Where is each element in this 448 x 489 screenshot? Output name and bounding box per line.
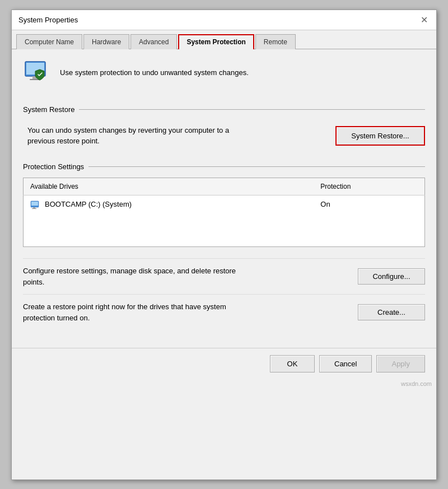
description-text: Use system protection to undo unwanted s… (60, 68, 249, 77)
drive-cell: BOOTCAMP (C:) (System) (24, 195, 314, 213)
protection-table: Available Drives Protection (23, 178, 425, 248)
protection-settings-section: Protection Settings Available Drives Pro… (23, 162, 425, 248)
protection-settings-label: Protection Settings (23, 162, 84, 171)
create-row: Create a restore point right now for the… (23, 294, 425, 330)
system-restore-header: System Restore (23, 105, 425, 114)
configure-button[interactable]: Configure... (358, 268, 425, 285)
drive-icon (30, 200, 41, 209)
window-title: System Properties (18, 16, 78, 24)
title-bar: System Properties ✕ (12, 10, 436, 30)
drive-name: BOOTCAMP (C:) (System) (45, 200, 132, 208)
system-restore-label: System Restore (23, 105, 74, 114)
configure-text: Configure restore settings, manage disk … (23, 266, 247, 287)
system-restore-text: You can undo system changes by reverting… (27, 125, 240, 147)
svg-rect-6 (33, 207, 35, 208)
table-spacer-row (24, 213, 425, 247)
tab-system-protection[interactable]: System Protection (178, 34, 254, 49)
watermark: wsxdn.com (12, 379, 436, 389)
computer-shield-icon (23, 58, 52, 87)
section-divider (79, 109, 425, 110)
protection-settings-header: Protection Settings (23, 162, 425, 171)
create-button[interactable]: Create... (358, 304, 425, 320)
tab-remote[interactable]: Remote (255, 34, 296, 49)
section-divider-2 (88, 166, 425, 167)
tab-bar: Computer Name Hardware Advanced System P… (12, 30, 436, 49)
system-restore-row: You can undo system changes by reverting… (23, 120, 425, 151)
col-protection: Protection (314, 178, 424, 195)
table-header-row: Available Drives Protection (24, 178, 425, 195)
tab-advanced[interactable]: Advanced (130, 34, 177, 49)
create-text: Create a restore point right now for the… (23, 301, 247, 323)
col-available-drives: Available Drives (24, 178, 314, 195)
protection-status: On (314, 195, 424, 213)
ok-button[interactable]: OK (270, 355, 315, 372)
tab-computer-name[interactable]: Computer Name (16, 34, 82, 49)
svg-rect-5 (31, 202, 38, 206)
close-button[interactable]: ✕ (418, 14, 430, 25)
system-properties-window: System Properties ✕ Computer Name Hardwa… (11, 10, 437, 480)
system-restore-button[interactable]: System Restore... (335, 126, 425, 146)
footer: OK Cancel Apply (12, 348, 436, 379)
svg-rect-7 (32, 208, 36, 209)
description-row: Use system protection to undo unwanted s… (23, 58, 425, 94)
tab-hardware[interactable]: Hardware (83, 34, 129, 49)
tab-content: Use system protection to undo unwanted s… (12, 49, 436, 339)
table-row[interactable]: BOOTCAMP (C:) (System) On (24, 195, 425, 213)
configure-row: Configure restore settings, manage disk … (23, 258, 425, 294)
system-restore-section: System Restore You can undo system chang… (23, 105, 425, 151)
cancel-button[interactable]: Cancel (319, 355, 372, 372)
apply-button[interactable]: Apply (376, 355, 425, 372)
